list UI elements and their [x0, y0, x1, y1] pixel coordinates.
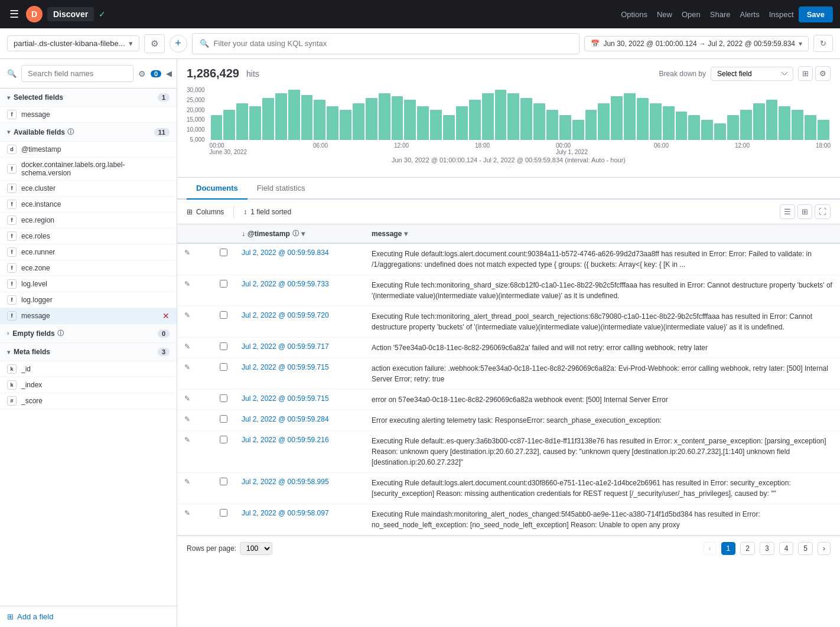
histogram-bar — [314, 100, 325, 140]
histogram-bar — [288, 90, 300, 140]
available-fields-section-header[interactable]: ▾ Available fields ⓘ 11 — [0, 123, 177, 142]
meta-fields-section-header[interactable]: ▾ Meta fields 3 — [0, 343, 177, 361]
chevron-down-icon[interactable]: ▾ — [404, 230, 408, 238]
row-timestamp: Jul 2, 2022 @ 00:59:58.995 — [235, 473, 364, 504]
remove-field-button[interactable]: ✕ — [162, 311, 170, 321]
edit-icon[interactable]: ✎ — [184, 478, 190, 486]
chart-settings-button[interactable]: ⚙ — [815, 66, 831, 81]
row-actions: ✎ — [177, 390, 213, 410]
collapse-sidebar-button[interactable]: ◀ — [166, 69, 172, 78]
available-field-ece-roles[interactable]: f ece.roles — [0, 228, 177, 244]
tab-documents[interactable]: Documents — [187, 178, 248, 200]
chevron-down-icon[interactable]: ▾ — [301, 230, 305, 238]
rows-view-button[interactable]: ☰ — [780, 204, 795, 219]
meta-field-_id[interactable]: k _id — [0, 361, 177, 377]
edit-icon[interactable]: ✎ — [184, 311, 190, 319]
edit-icon[interactable]: ✎ — [184, 415, 190, 423]
available-field-log-level[interactable]: f log.level — [0, 276, 177, 292]
next-page-button[interactable]: › — [818, 542, 831, 555]
histogram-bar — [507, 93, 519, 140]
histogram-bar — [546, 110, 558, 140]
chevron-down-icon: ▾ — [129, 39, 133, 48]
available-field-ece-zone[interactable]: f ece.zone — [0, 260, 177, 276]
edit-icon[interactable]: ✎ — [184, 363, 190, 371]
breakdown-select[interactable]: Select field — [711, 67, 793, 81]
breakdown-label: Break down by — [659, 70, 706, 78]
filter-icon[interactable]: ⚙ — [138, 69, 146, 79]
histogram-bar — [611, 96, 623, 140]
add-field-button[interactable]: ⊞ Add a field — [7, 612, 53, 621]
meta-field-_index[interactable]: k _index — [0, 377, 177, 393]
data-source-selector[interactable]: partial-.ds-cluster-kibana-filebe... ▾ — [7, 35, 139, 51]
hamburger-icon[interactable]: ☰ — [7, 5, 21, 23]
row-checkbox[interactable] — [220, 415, 227, 423]
th-timestamp[interactable]: ↓ @timestamp ⓘ ▾ — [235, 224, 364, 243]
options-link[interactable]: Options — [621, 10, 647, 19]
tab-field-statistics[interactable]: Field statistics — [248, 178, 315, 200]
filter-count-badge: 0 — [151, 70, 161, 77]
row-checkbox[interactable] — [220, 280, 227, 288]
histogram-bar — [676, 112, 688, 140]
available-field-ece-runner[interactable]: f ece.runner — [0, 244, 177, 260]
selected-field-message[interactable]: f message — [0, 107, 177, 123]
date-picker[interactable]: 📅 Jun 30, 2022 @ 01:00:00.124 → Jul 2, 2… — [584, 36, 809, 51]
alerts-link[interactable]: Alerts — [740, 10, 759, 19]
row-timestamp: Jul 2, 2022 @ 00:59:58.097 — [235, 504, 364, 535]
row-checkbox[interactable] — [220, 249, 227, 256]
page-1-button[interactable]: 1 — [721, 542, 736, 555]
open-link[interactable]: Open — [682, 10, 701, 19]
save-button[interactable]: Save — [799, 6, 833, 22]
field-search-input[interactable] — [21, 65, 134, 82]
available-field-@timestamp[interactable]: d @timestamp — [0, 142, 177, 158]
page-5-button[interactable]: 5 — [798, 542, 813, 555]
page-2-button[interactable]: 2 — [740, 542, 755, 555]
new-link[interactable]: New — [657, 10, 672, 19]
filter-options-button[interactable]: ⚙ — [144, 34, 165, 53]
chart-view-button[interactable]: ⊞ — [798, 66, 813, 81]
empty-fields-section-header[interactable]: › Empty fields ⓘ 0 — [0, 324, 177, 343]
row-checkbox[interactable] — [220, 394, 227, 402]
grid-view-button[interactable]: ⊞ — [797, 204, 812, 219]
add-filter-button[interactable]: + — [170, 35, 187, 53]
histogram-bars — [210, 87, 831, 140]
available-field-log-logger[interactable]: f log.logger — [0, 292, 177, 308]
prev-page-button[interactable]: ‹ — [704, 542, 717, 555]
available-field-ece-region[interactable]: f ece.region — [0, 213, 177, 228]
row-message: Executing Rule tech:monitoring_shard_siz… — [364, 275, 840, 306]
available-field-ece-instance[interactable]: f ece.instance — [0, 197, 177, 213]
kql-input[interactable] — [214, 39, 572, 48]
selected-fields-section-header[interactable]: ▾ Selected fields 1 — [0, 89, 177, 107]
chevron-down-icon: ▾ — [7, 94, 10, 101]
inspect-link[interactable]: Inspect — [769, 10, 794, 19]
rows-per-page-select[interactable]: 100 — [240, 542, 272, 555]
edit-icon[interactable]: ✎ — [184, 280, 190, 288]
available-field-message[interactable]: f message ✕ — [0, 308, 177, 324]
sort-button[interactable]: ↕ 1 field sorted — [243, 208, 291, 216]
row-checkbox[interactable] — [220, 478, 227, 485]
share-link[interactable]: Share — [710, 10, 731, 19]
row-checkbox[interactable] — [220, 311, 227, 319]
refresh-button[interactable]: ↻ — [813, 35, 833, 52]
page-3-button[interactable]: 3 — [760, 542, 774, 555]
chart-resize-handle[interactable]: ⋯ — [187, 164, 831, 170]
full-screen-button[interactable]: ⛶ — [815, 204, 831, 219]
row-checkbox[interactable] — [220, 363, 227, 371]
edit-icon[interactable]: ✎ — [184, 394, 190, 403]
histogram-bar — [236, 103, 248, 140]
available-field-ece-cluster[interactable]: f ece.cluster — [0, 181, 177, 197]
meta-field-_score[interactable]: # _score — [0, 393, 177, 409]
page-4-button[interactable]: 4 — [779, 542, 794, 555]
available-fields-label: Available fields — [14, 128, 65, 136]
available-field-docker-container-labels-org-label-schema-version[interactable]: f docker.container.labels.org.label-sche… — [0, 158, 177, 181]
row-checkbox[interactable] — [220, 436, 227, 443]
edit-icon[interactable]: ✎ — [184, 436, 190, 444]
app-name[interactable]: Discover — [47, 7, 94, 21]
edit-icon[interactable]: ✎ — [184, 509, 190, 517]
table-body: ✎ Jul 2, 2022 @ 00:59:59.834 Executing R… — [177, 243, 840, 535]
columns-button[interactable]: ⊞ Columns — [187, 208, 224, 216]
row-checkbox[interactable] — [220, 509, 227, 517]
edit-icon[interactable]: ✎ — [184, 342, 190, 351]
available-fields-list: d @timestamp f docker.container.labels.o… — [0, 142, 177, 324]
edit-icon[interactable]: ✎ — [184, 249, 190, 257]
row-checkbox[interactable] — [220, 342, 227, 350]
